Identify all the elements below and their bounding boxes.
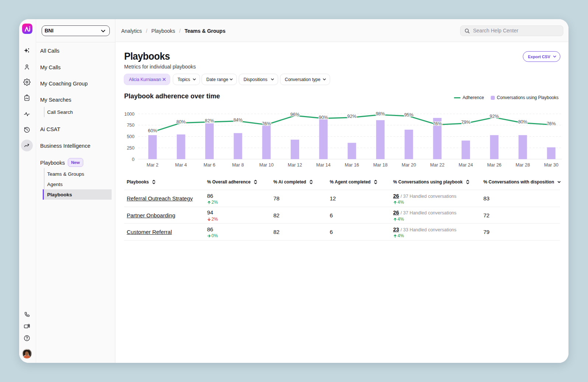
svg-text:82%: 82% <box>205 118 214 123</box>
svg-text:90%: 90% <box>319 115 328 120</box>
svg-text:Mar 20: Mar 20 <box>402 162 416 168</box>
svg-text:96%: 96% <box>290 112 300 117</box>
svg-text:250: 250 <box>127 146 134 151</box>
svg-text:750: 750 <box>127 123 134 128</box>
svg-text:76%: 76% <box>262 121 271 126</box>
svg-text:Mar 16: Mar 16 <box>345 162 359 168</box>
svg-text:98%: 98% <box>376 111 385 116</box>
svg-text:Mar 22: Mar 22 <box>430 162 445 168</box>
svg-text:79%: 79% <box>461 120 470 125</box>
svg-text:92%: 92% <box>490 114 499 119</box>
svg-text:92%: 92% <box>347 114 357 119</box>
svg-text:Mar 30: Mar 30 <box>544 162 559 168</box>
svg-text:Mar 18: Mar 18 <box>373 162 388 168</box>
svg-text:Mar 10: Mar 10 <box>259 162 274 168</box>
svg-text:Mar 28: Mar 28 <box>515 162 530 168</box>
svg-text:80%: 80% <box>176 119 186 125</box>
svg-text:60%: 60% <box>148 128 157 133</box>
svg-text:500: 500 <box>127 134 134 139</box>
svg-text:84%: 84% <box>233 118 242 123</box>
svg-text:Mar 12: Mar 12 <box>288 162 302 168</box>
svg-text:95%: 95% <box>404 112 413 118</box>
svg-text:1000: 1000 <box>124 112 134 117</box>
svg-text:76%: 76% <box>433 121 442 126</box>
svg-text:80%: 80% <box>518 119 527 125</box>
svg-text:Mar 14: Mar 14 <box>316 162 330 168</box>
svg-text:Mar 26: Mar 26 <box>487 162 501 168</box>
svg-text:76%: 76% <box>547 121 556 126</box>
svg-text:Mar 6: Mar 6 <box>204 162 216 168</box>
svg-text:Mar 24: Mar 24 <box>459 162 473 168</box>
svg-text:0: 0 <box>132 157 134 162</box>
svg-text:Mar 4: Mar 4 <box>175 162 187 168</box>
svg-text:Mar 2: Mar 2 <box>147 162 158 168</box>
svg-text:Mar 8: Mar 8 <box>232 162 244 168</box>
